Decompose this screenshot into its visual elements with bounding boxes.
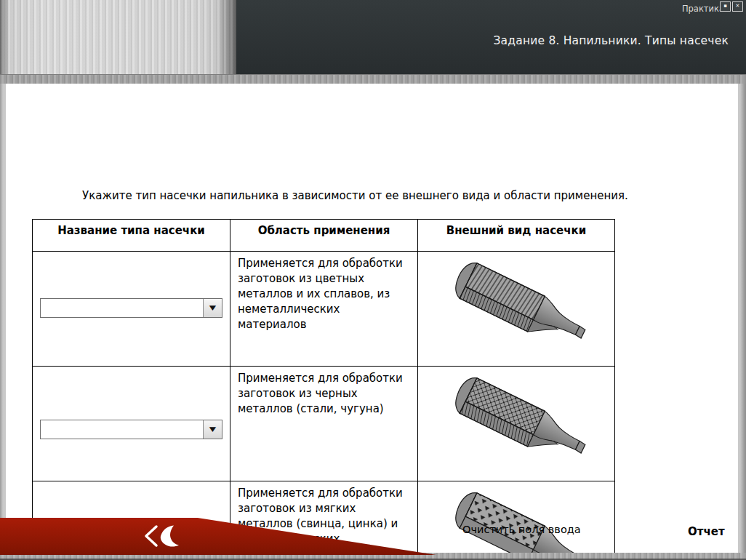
application-cell-1: Применяется для обработки заготовок из ц… <box>230 252 418 367</box>
clear-fields-button[interactable]: Очистить поля ввода <box>462 524 581 535</box>
table-row: ▼ Применяется для обработки заготовок из… <box>33 252 615 367</box>
appearance-cell-1 <box>418 252 615 367</box>
minimize-icon[interactable]: ▪ <box>720 1 731 12</box>
task-table: Название типа насечки Область применения… <box>32 219 615 560</box>
app-window: Практика ▪ ✕ Задание 8. Напильники. Типы… <box>0 0 746 560</box>
titlebar: Практика ▪ ✕ Задание 8. Напильники. Типы… <box>236 0 746 74</box>
combo-field-1[interactable] <box>42 300 201 316</box>
caret-down-icon: ▼ <box>209 422 216 437</box>
file-double-cut-image <box>442 371 591 468</box>
back-arrow-icon[interactable] <box>143 524 182 550</box>
file-rasp-cut-image <box>442 486 591 560</box>
file-single-cut-image <box>442 256 591 353</box>
combo-field-2[interactable] <box>42 422 201 437</box>
combo-dropdown-button-2[interactable]: ▼ <box>203 420 222 439</box>
column-header-application: Область применения <box>230 220 418 252</box>
application-cell-2: Применяется для обработки заготовок из ч… <box>230 367 418 481</box>
window-controls: ▪ ✕ <box>720 1 743 12</box>
report-button[interactable]: Отчет <box>688 525 725 538</box>
caret-down-icon: ▼ <box>209 300 216 316</box>
column-header-appearance: Внешний вид насечки <box>418 220 615 252</box>
appearance-cell-2 <box>418 367 615 481</box>
app-label: Практика <box>682 4 724 14</box>
notch-type-cell-2: ▼ <box>33 367 230 481</box>
table-header-row: Название типа насечки Область применения… <box>33 220 615 252</box>
titlebar-bottom-strip <box>0 74 746 84</box>
combo-dropdown-button-1[interactable]: ▼ <box>203 299 222 317</box>
page-title: Задание 8. Напильники. Типы насечек <box>493 34 729 47</box>
notch-type-cell-1: ▼ <box>33 252 230 367</box>
appearance-cell-3 <box>418 481 615 560</box>
column-header-notch-type: Название типа насечки <box>33 220 230 252</box>
close-icon[interactable]: ✕ <box>732 1 743 12</box>
notch-type-dropdown-1[interactable]: ▼ <box>40 298 222 318</box>
notch-type-dropdown-2[interactable]: ▼ <box>40 420 222 439</box>
titlebar-left-panel <box>0 0 236 74</box>
instruction-text: Укажите тип насечки напильника в зависим… <box>82 189 628 202</box>
table-row: ▼ Применяется для обработки заготовок из… <box>33 367 615 481</box>
content-area: Укажите тип насечки напильника в зависим… <box>6 84 738 553</box>
